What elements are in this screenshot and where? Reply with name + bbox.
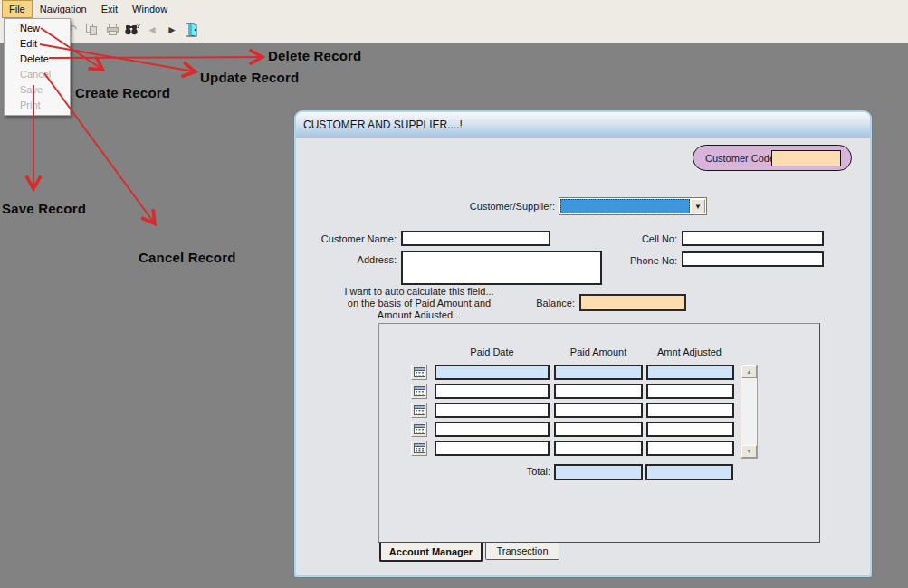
menu-item-new[interactable]: New	[5, 21, 70, 36]
menu-item-save[interactable]: Save	[5, 82, 70, 98]
amnt-adjusted-input[interactable]	[646, 403, 734, 418]
toolbar: ↶	[0, 18, 908, 43]
top-strip: FileNavigationExitWindow ↶	[0, 0, 908, 43]
cell-no-input[interactable]	[682, 231, 824, 246]
calendar-icon[interactable]	[411, 384, 427, 399]
calendar-glyph	[414, 404, 425, 415]
menu-item-cancel[interactable]: Cancel	[5, 67, 70, 82]
tab-account-manager[interactable]: Account Manager	[379, 543, 483, 562]
address-input[interactable]	[401, 251, 602, 285]
paid-date-header: Paid Date	[435, 346, 550, 357]
cell-no-label: Cell No:	[642, 233, 677, 244]
paid-amount-input[interactable]	[554, 365, 643, 380]
paid-date-input[interactable]	[435, 422, 550, 437]
menubar-item-file[interactable]: File	[2, 0, 33, 18]
customer-supplier-label: Customer/Supplier:	[470, 201, 555, 212]
menubar-item-navigation[interactable]: Navigation	[33, 0, 94, 18]
scroll-up-icon[interactable]: ▲	[741, 365, 757, 378]
annotation-cancel-record: Cancel Record	[139, 250, 236, 265]
tab-transection[interactable]: Transection	[485, 543, 559, 560]
window-title: CUSTOMER AND SUPPLIER....!	[303, 119, 463, 131]
prev-record-icon[interactable]: ◄	[144, 22, 160, 38]
grid-row	[411, 403, 734, 418]
customer-code-group: Customer Code:	[693, 145, 852, 171]
customer-code-input[interactable]	[771, 150, 841, 166]
annotation-delete-record: Delete Record	[268, 48, 361, 63]
address-label: Address:	[358, 254, 397, 265]
menubar-item-exit[interactable]: Exit	[94, 0, 125, 18]
scrollbar-track[interactable]	[741, 378, 757, 445]
annotation-update-record: Update Record	[200, 70, 299, 85]
balance-label: Balance:	[536, 298, 575, 308]
paid-date-input[interactable]	[435, 365, 550, 380]
customer-name-label: Customer Name:	[321, 233, 397, 244]
print-icon[interactable]	[104, 22, 120, 38]
annotation-create-record: Create Record	[75, 85, 170, 100]
amnt-adjusted-input[interactable]	[646, 365, 734, 380]
paid-amount-input[interactable]	[554, 403, 643, 418]
calendar-glyph	[414, 442, 425, 453]
paste-icon	[84, 22, 100, 37]
grid-row	[411, 422, 734, 437]
paid-date-input[interactable]	[435, 441, 550, 456]
calendar-icon[interactable]	[411, 365, 427, 380]
menu-item-edit[interactable]: Edit	[5, 36, 70, 52]
customer-name-input[interactable]	[401, 231, 550, 246]
grid-scrollbar[interactable]: ▲ ▼	[741, 365, 758, 459]
calendar-glyph	[414, 423, 425, 434]
calendar-icon[interactable]	[411, 441, 427, 456]
calendar-glyph	[414, 385, 425, 396]
payments-panel: Paid Date Paid Amount Amnt Adjusted	[378, 323, 820, 543]
paste-icon[interactable]	[83, 22, 100, 38]
calendar-icon[interactable]	[411, 422, 427, 437]
paid-amount-input[interactable]	[554, 422, 643, 437]
grid-rows	[411, 365, 734, 460]
menubar-item-window[interactable]: Window	[125, 0, 175, 18]
grid-row	[411, 384, 734, 399]
paid-amount-input[interactable]	[554, 441, 643, 456]
customer-supplier-value	[560, 199, 690, 213]
paid-date-input[interactable]	[435, 384, 550, 399]
amnt-adjusted-input[interactable]	[646, 422, 734, 437]
amnt-adjusted-input[interactable]	[646, 384, 734, 399]
door-icon	[184, 22, 200, 38]
customer-code-label: Customer Code:	[705, 153, 778, 164]
find-icon[interactable]: ?	[124, 22, 140, 38]
paid-amount-header: Paid Amount	[554, 346, 643, 357]
total-paid-input[interactable]	[554, 464, 643, 480]
balance-input[interactable]	[579, 294, 686, 311]
file-menu-dropdown: NewEditDeleteCancelSavePrint	[4, 18, 71, 116]
printer-icon	[105, 22, 120, 37]
amnt-adjusted-header: Amnt Adjusted	[645, 346, 733, 357]
annotation-save-record: Save Record	[2, 201, 86, 216]
menu-item-print[interactable]: Print	[5, 98, 70, 113]
customer-supplier-window: CUSTOMER AND SUPPLIER....! Customer Code…	[294, 110, 872, 577]
total-adjusted-input[interactable]	[645, 464, 733, 480]
menu-bar: FileNavigationExitWindow	[0, 0, 908, 18]
calendar-glyph	[414, 366, 425, 377]
paid-date-input[interactable]	[435, 403, 550, 418]
application: FileNavigationExitWindow ↶	[0, 0, 908, 588]
window-title-bar: CUSTOMER AND SUPPLIER....!	[296, 112, 870, 138]
calendar-icon[interactable]	[411, 403, 427, 418]
phone-no-input[interactable]	[682, 251, 824, 267]
menu-item-delete[interactable]: Delete	[5, 52, 70, 67]
exit-door-icon[interactable]	[184, 22, 200, 38]
svg-text:?: ?	[136, 22, 140, 30]
phone-no-label: Phone No:	[630, 255, 677, 266]
amnt-adjusted-input[interactable]	[646, 441, 734, 456]
customer-supplier-combo[interactable]: ▼	[559, 197, 707, 215]
scroll-down-icon[interactable]: ▼	[741, 445, 757, 458]
auto-calc-note: I want to auto calculate this field... o…	[316, 286, 522, 321]
chevron-down-icon[interactable]: ▼	[691, 199, 705, 213]
binoculars-icon: ?	[124, 22, 140, 37]
total-label: Total:	[460, 466, 550, 477]
grid-row	[411, 365, 734, 380]
next-record-icon[interactable]: ►	[164, 22, 180, 38]
paid-amount-input[interactable]	[554, 384, 643, 399]
grid-row	[411, 441, 734, 456]
